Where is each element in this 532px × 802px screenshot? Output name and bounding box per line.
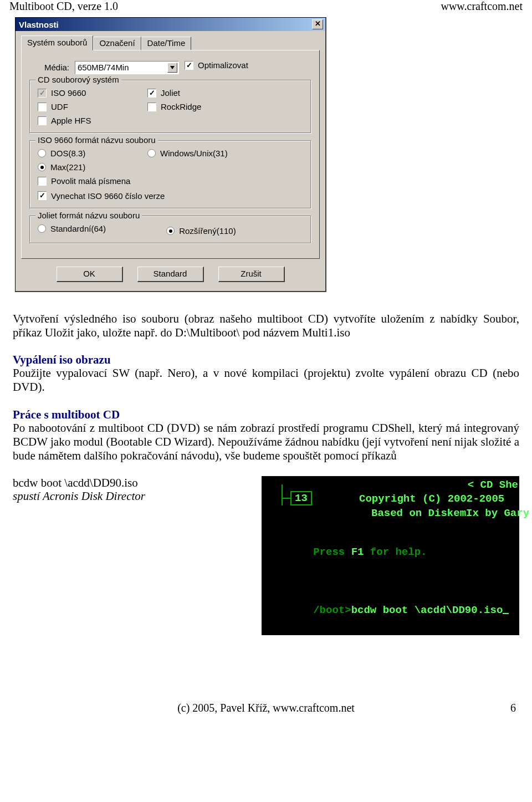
group-joliet-legend: Joliet formát názvu souboru xyxy=(35,211,142,220)
paragraph-1: Vytvoření výsledného iso souboru (obraz … xyxy=(13,312,519,340)
media-combo[interactable]: 650MB/74Min xyxy=(75,61,179,74)
checkbox-icon xyxy=(38,89,47,98)
tab-datetime[interactable]: Date/Time xyxy=(141,37,192,50)
group-iso-format: ISO 9660 formát názvu souboru DOS(8.3) W… xyxy=(29,140,311,209)
group-joliet-format: Joliet formát názvu souboru Standardní(6… xyxy=(29,216,311,244)
radio-dos83[interactable]: DOS(8.3) xyxy=(38,149,132,158)
media-label: Média: xyxy=(29,63,69,72)
check-udf[interactable]: UDF xyxy=(38,102,132,111)
dialog-title: Vlastnosti xyxy=(19,20,59,29)
heading-burn: Vypálení iso obrazu xyxy=(13,353,111,366)
command-text: bcdw boot \acdd\DD90.iso xyxy=(13,476,252,490)
page-number: 6 xyxy=(510,702,516,714)
command-desc: spustí Acronis Disk Director xyxy=(13,489,252,503)
console-copyright: Copyright (C) 2002-2005 xyxy=(359,492,504,507)
radio-icon[interactable] xyxy=(166,227,175,235)
console-help-pre: Press xyxy=(313,546,351,558)
page-header: Multiboot CD, verze 1.0 www.craftcom.net xyxy=(8,0,524,16)
footer: (c) 2005, Pavel Kříž, www.craftcom.net 6 xyxy=(8,702,524,714)
paragraph-3: Po nabootování z multiboot CD (DVD) se n… xyxy=(13,421,519,462)
check-rockridge[interactable]: RockRidge xyxy=(147,102,242,111)
header-right: www.craftcom.net xyxy=(441,0,523,13)
console-cdshe: < CD She xyxy=(468,479,518,491)
checkbox-icon[interactable] xyxy=(38,177,47,186)
tab-strip: Systém souborů Označení Date/Time xyxy=(16,31,325,50)
checkbox-icon[interactable] xyxy=(38,103,47,111)
standard-button[interactable]: Standard xyxy=(137,267,204,282)
cursor-icon xyxy=(503,605,509,614)
console-prompt: /boot> xyxy=(313,604,351,616)
tab-filesystem[interactable]: Systém souborů xyxy=(21,35,93,50)
console-screenshot: < CD She 13 Copyright (C) 2002-2005 Base… xyxy=(262,476,519,635)
radio-icon[interactable] xyxy=(38,163,46,171)
ok-button[interactable]: OK xyxy=(57,267,123,282)
check-lowercase[interactable]: Povolit malá písmena xyxy=(38,176,130,186)
console-help-key: F1 xyxy=(351,546,364,558)
checkbox-icon[interactable] xyxy=(147,103,156,111)
check-omit-version[interactable]: Vynechat ISO 9660 číslo verze xyxy=(38,191,165,201)
footer-center: (c) 2005, Pavel Kříž, www.craftcom.net xyxy=(177,702,355,714)
document-body: Vytvoření výsledného iso souboru (obraz … xyxy=(13,312,519,635)
checkbox-icon[interactable] xyxy=(147,89,156,98)
chevron-down-icon[interactable] xyxy=(167,63,177,73)
heading-work: Práce s multiboot CD xyxy=(13,408,120,421)
dialog-buttons: OK Standard Zrušit xyxy=(16,264,325,291)
radio-joliet-std[interactable]: Standardní(64) xyxy=(38,224,149,233)
tab-panel: Média: 650MB/74Min Optimalizovat CD soub… xyxy=(21,50,320,259)
radio-icon[interactable] xyxy=(38,224,46,233)
paragraph-2: Použijte vypalovací SW (např. Nero), a v… xyxy=(13,366,519,394)
command-and-console: bcdw boot \acdd\DD90.iso spustí Acronis … xyxy=(13,476,519,635)
tab-label[interactable]: Označení xyxy=(93,37,141,50)
console-help-post: for help. xyxy=(364,546,427,558)
group-cd-fs: CD souborový systém ISO 9660 Joliet UDF … xyxy=(29,80,311,134)
checkbox-icon[interactable] xyxy=(38,116,47,125)
check-joliet[interactable]: Joliet xyxy=(147,88,242,98)
check-iso9660: ISO 9660 xyxy=(38,88,132,98)
media-value: 650MB/74Min xyxy=(78,63,129,72)
titlebar[interactable]: Vlastnosti ✕ xyxy=(16,18,325,31)
media-row: Média: 650MB/74Min Optimalizovat xyxy=(29,60,311,74)
radio-joliet-ext[interactable]: Rozšířený(110) xyxy=(166,226,236,236)
properties-dialog: Vlastnosti ✕ Systém souborů Označení Dat… xyxy=(15,17,326,292)
close-icon[interactable]: ✕ xyxy=(312,19,323,29)
optimize-check[interactable]: Optimalizovat xyxy=(185,60,248,70)
cancel-button[interactable]: Zrušit xyxy=(218,267,285,282)
console-cmd: bcdw boot \acdd\DD90.iso xyxy=(351,604,503,616)
checkbox-icon[interactable] xyxy=(185,61,193,70)
radio-winunix31[interactable]: Windows/Unix(31) xyxy=(147,149,253,158)
console-based: Based on DiskemIx by Gary xyxy=(371,507,529,519)
group-iso-legend: ISO 9660 formát názvu souboru xyxy=(35,135,158,145)
radio-max221[interactable]: Max(221) xyxy=(38,162,85,172)
radio-icon[interactable] xyxy=(38,149,46,157)
checkbox-icon[interactable] xyxy=(38,191,47,200)
check-applehfs[interactable]: Apple HFS xyxy=(38,116,132,125)
header-left: Multiboot CD, verze 1.0 xyxy=(9,0,118,13)
optimize-label: Optimalizovat xyxy=(198,60,248,70)
console-box13: 13 xyxy=(290,491,312,505)
group-cd-fs-legend: CD souborový systém xyxy=(35,75,121,84)
radio-icon[interactable] xyxy=(147,149,156,157)
